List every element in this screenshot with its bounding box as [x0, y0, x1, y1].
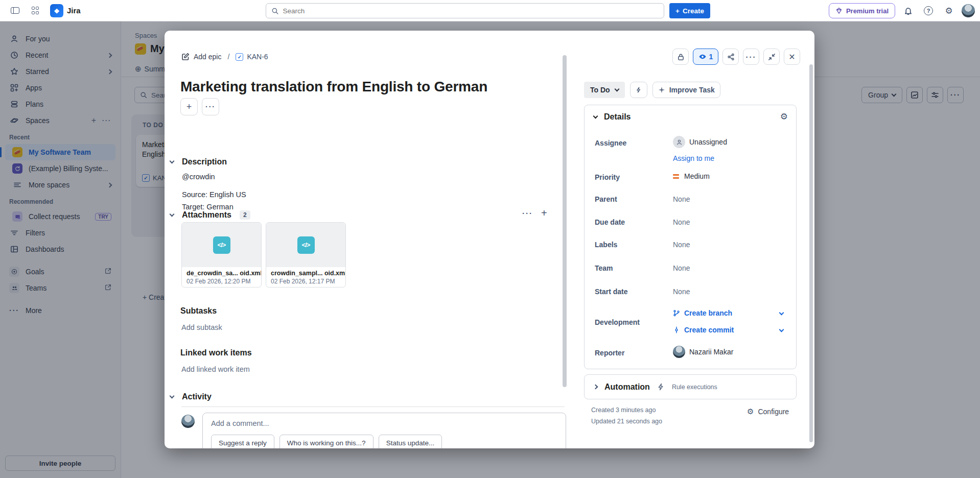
add-attachment-button[interactable]: + — [541, 207, 547, 219]
eye-icon — [698, 53, 707, 61]
commit-icon — [673, 326, 680, 333]
comment-box[interactable]: Add a comment... Suggest a reply Who is … — [202, 413, 566, 448]
notifications-button[interactable] — [900, 3, 916, 18]
due-date-label: Due date — [595, 218, 625, 226]
current-user-avatar — [181, 415, 195, 428]
updated-timestamp: Updated 21 seconds ago — [591, 418, 662, 425]
attachment-card[interactable]: </> de_crowdin_sa... oid.xml 02 Feb 2026… — [181, 222, 262, 288]
attachment-filename: crowdin_sampl... oid.xml — [271, 270, 341, 277]
chevron-down-icon — [614, 87, 619, 92]
linked-items-section-header: Linked work items — [180, 348, 252, 357]
assignee-value[interactable]: Unassigned — [673, 136, 727, 148]
modal-more-button[interactable]: ··· — [743, 49, 759, 65]
jira-tile-icon: ◆ — [50, 4, 63, 17]
attachment-date: 02 Feb 2026, 12:20 PM — [186, 278, 256, 285]
chevron-down-icon — [170, 394, 175, 399]
attachment-filename: de_crowdin_sa... oid.xml — [186, 270, 256, 277]
quick-reply-status-update[interactable]: Status update... — [379, 435, 442, 448]
chevron-down-icon — [170, 159, 175, 164]
automation-panel[interactable]: Automation Rule executions — [584, 374, 797, 399]
status-dropdown[interactable]: To Do — [584, 82, 625, 98]
attachment-card[interactable]: </> crowdin_sampl... oid.xml 02 Feb 2026… — [266, 222, 346, 288]
team-value[interactable]: None — [673, 264, 690, 272]
watch-button[interactable]: 1 — [693, 49, 718, 65]
app-grid-icon — [32, 7, 39, 14]
gear-icon: ⚙ — [747, 407, 754, 416]
activity-section-header[interactable]: Activity — [170, 392, 212, 401]
description-mention[interactable]: @crowdin — [182, 173, 215, 181]
quick-replies: Suggest a reply Who is working on this..… — [211, 435, 557, 448]
details-settings-icon[interactable]: ⚙ — [780, 111, 788, 122]
plus-icon: + — [675, 7, 680, 15]
help-button[interactable]: ? — [921, 3, 936, 18]
global-search[interactable] — [266, 3, 664, 18]
create-button[interactable]: + Create — [669, 3, 710, 18]
modal-scrollbar[interactable] — [809, 64, 813, 442]
due-date-value[interactable]: None — [673, 218, 690, 226]
jira-logo[interactable]: ◆ Jira — [50, 4, 81, 17]
reporter-avatar — [673, 346, 685, 358]
attachments-tools: ··· + — [522, 207, 547, 219]
configure-button[interactable]: ⚙ Configure — [747, 407, 789, 416]
description-section-header[interactable]: Description — [170, 157, 227, 166]
code-file-icon: </> — [213, 236, 230, 254]
top-nav: ◆ Jira + Create Premium trial — [0, 0, 980, 21]
lock-icon — [677, 53, 685, 61]
attachments-more-button[interactable]: ··· — [522, 209, 533, 218]
created-timestamp: Created 3 minutes ago — [591, 407, 656, 414]
restrict-access-button[interactable] — [672, 49, 689, 65]
content-scrollbar[interactable] — [563, 55, 567, 387]
branch-options-chevron[interactable] — [779, 310, 784, 316]
add-content-button[interactable]: + — [180, 98, 198, 115]
details-panel: Details ⚙ Assignee Unassigned Assign to … — [584, 105, 797, 369]
app-name: Jira — [67, 6, 81, 15]
gem-icon — [835, 7, 843, 14]
quick-reply-suggest[interactable]: Suggest a reply — [211, 435, 274, 448]
issue-actions-button[interactable]: ··· — [202, 98, 219, 115]
chevron-down-icon — [170, 212, 175, 217]
global-search-input[interactable] — [283, 7, 659, 15]
add-epic-button[interactable]: Add epic — [181, 53, 221, 61]
share-button[interactable] — [722, 49, 739, 65]
labels-value[interactable]: None — [673, 241, 690, 249]
assign-to-me-link[interactable]: Assign to me — [673, 154, 714, 162]
attachments-section-header[interactable]: Attachments 2 — [170, 210, 250, 220]
priority-value[interactable]: Medium — [673, 172, 710, 180]
automation-lightning-button[interactable] — [630, 82, 647, 98]
sparkle-icon — [658, 86, 665, 93]
team-label: Team — [595, 264, 613, 272]
settings-button[interactable]: ⚙ — [941, 3, 956, 18]
user-avatar[interactable] — [962, 4, 975, 17]
start-date-value[interactable]: None — [673, 288, 690, 296]
title-actions: + ··· — [180, 98, 219, 115]
quick-reply-who-working[interactable]: Who is working on this...? — [279, 435, 374, 448]
gear-icon: ⚙ — [945, 6, 952, 16]
create-commit-link[interactable]: Create commit — [673, 326, 734, 334]
branch-icon — [673, 309, 680, 317]
modal-header: Add epic / ✓ KAN-6 1 — [181, 48, 800, 65]
reporter-value[interactable]: Nazarii Makar — [673, 346, 733, 358]
description-source[interactable]: Source: English US — [182, 190, 246, 199]
details-header[interactable]: Details — [594, 112, 631, 122]
issue-key-breadcrumb[interactable]: ✓ KAN-6 — [236, 53, 268, 61]
attachment-preview: </> — [266, 223, 345, 267]
breadcrumb-separator: / — [227, 53, 229, 61]
close-icon: ✕ — [788, 52, 795, 62]
app-switcher-button[interactable] — [28, 3, 43, 18]
status-row: To Do Improve Task — [584, 82, 720, 98]
bell-icon — [904, 7, 913, 15]
edit-icon — [181, 53, 190, 61]
parent-value[interactable]: None — [673, 195, 690, 203]
close-modal-button[interactable]: ✕ — [784, 49, 800, 65]
create-branch-link[interactable]: Create branch — [673, 309, 732, 317]
collapse-modal-button[interactable] — [763, 49, 780, 65]
add-subtask-button[interactable]: Add subtask — [181, 323, 222, 331]
commit-options-chevron[interactable] — [779, 327, 784, 332]
improve-task-button[interactable]: Improve Task — [652, 82, 720, 98]
description-target[interactable]: Target: German — [182, 203, 234, 211]
chevron-right-icon — [593, 385, 598, 390]
issue-title[interactable]: Marketing translation from English to Ge… — [180, 79, 487, 95]
collapse-sidebar-button[interactable] — [7, 3, 22, 18]
add-linked-item-button[interactable]: Add linked work item — [181, 365, 250, 373]
premium-trial-button[interactable]: Premium trial — [829, 3, 895, 18]
